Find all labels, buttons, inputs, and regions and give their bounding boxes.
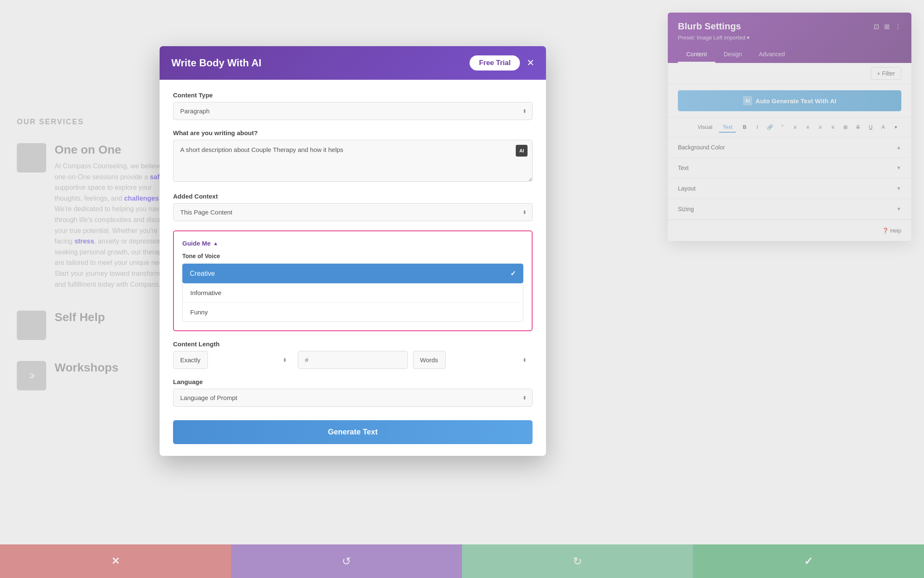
content-length-label: Content Length [173,340,533,348]
writing-about-textarea-wrapper: A short description about Couple Therapy… [173,140,533,183]
content-length-unit-wrapper: Words ⬍ [413,351,533,369]
tone-of-voice-label: Tone of Voice [182,253,523,259]
tone-option-informative[interactable]: Informative [183,283,523,303]
write-body-modal: Write Body With AI Free Trial ✕ Content … [160,46,546,456]
content-type-group: Content Type Paragraph ⬍ [173,92,533,120]
generate-text-button[interactable]: Generate Text [173,420,533,444]
modal-body: Content Type Paragraph ⬍ What are you wr… [160,80,546,456]
modal-title: Write Body With AI [171,57,261,69]
ai-corner-icon: AI [516,145,528,157]
content-length-type-select[interactable]: Exactly [173,351,208,369]
guide-me-label: Guide Me [182,240,211,247]
writing-about-textarea[interactable]: A short description about Couple Therapy… [173,140,533,182]
added-context-select-wrapper: This Page Content ⬍ [173,203,533,221]
free-trial-badge[interactable]: Free Trial [470,55,520,71]
tone-check-icon: ✓ [510,269,516,277]
modal-header-right: Free Trial ✕ [470,55,534,71]
content-length-row: Exactly ⬍ Words ⬍ [173,351,533,369]
guide-me-arrow-icon[interactable]: ▲ [213,241,218,246]
writing-about-label: What are you writing about? [173,129,533,136]
modal-close-button[interactable]: ✕ [527,58,534,68]
guide-me-header: Guide Me ▲ [182,240,523,247]
tone-dropdown-list: Informative Funny [182,283,523,322]
tone-selected-value: Creative [190,270,215,277]
added-context-select[interactable]: This Page Content [173,203,533,221]
guide-me-section: Guide Me ▲ Tone of Voice Creative ✓ Info… [173,230,533,331]
language-select-wrapper: Language of Prompt ⬍ [173,389,533,407]
added-context-label: Added Context [173,193,533,200]
content-type-select-wrapper: Paragraph ⬍ [173,102,533,120]
content-length-type-wrapper: Exactly ⬍ [173,351,293,369]
content-type-label: Content Type [173,92,533,99]
length-type-arrow-icon: ⬍ [283,357,287,363]
modal-header: Write Body With AI Free Trial ✕ [160,46,546,80]
tone-option-funny[interactable]: Funny [183,303,523,322]
language-select[interactable]: Language of Prompt [173,389,533,407]
writing-about-group: What are you writing about? A short desc… [173,129,533,183]
language-label: Language [173,378,533,385]
content-type-select[interactable]: Paragraph [173,102,533,120]
content-length-unit-select[interactable]: Words [413,351,446,369]
language-group: Language Language of Prompt ⬍ [173,378,533,407]
tone-dropdown: Creative ✓ Informative Funny [182,264,523,322]
content-length-group: Content Length Exactly ⬍ Words ⬍ [173,340,533,369]
tone-dropdown-selected[interactable]: Creative ✓ [182,264,523,283]
added-context-group: Added Context This Page Content ⬍ [173,193,533,221]
length-unit-arrow-icon: ⬍ [522,357,527,363]
content-length-number-input[interactable] [298,351,408,369]
